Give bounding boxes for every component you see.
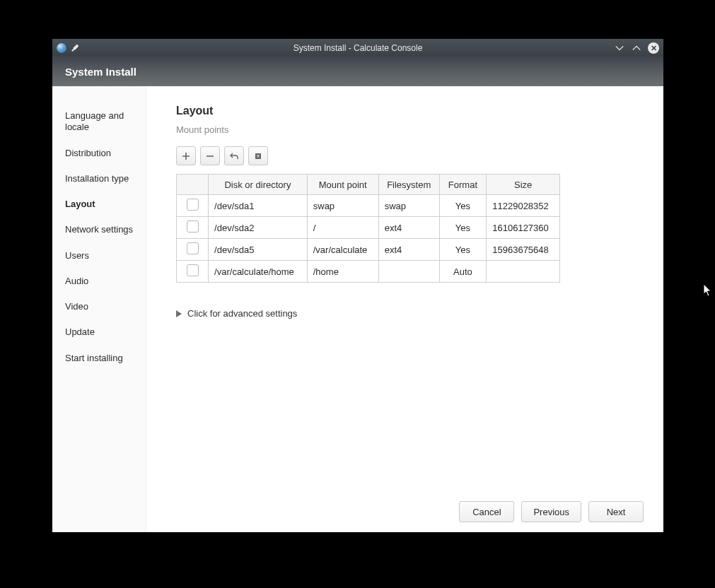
cell-size[interactable]: [487, 261, 560, 283]
cell-format[interactable]: Yes: [439, 217, 487, 239]
col-size[interactable]: Size: [487, 175, 560, 195]
sidebar-item-video[interactable]: Video: [65, 294, 146, 319]
advanced-settings-toggle[interactable]: Click for advanced settings: [176, 308, 644, 319]
cell-fs[interactable]: swap: [378, 195, 439, 217]
close-button[interactable]: ✕: [648, 42, 659, 54]
cell-disk[interactable]: /dev/sda2: [209, 217, 308, 239]
cell-mount[interactable]: /home: [307, 261, 378, 283]
main-panel: Layout Mount points: [146, 86, 663, 532]
mount-table: Disk or directory Mount point Filesystem…: [176, 174, 560, 283]
cell-mount[interactable]: swap: [307, 195, 378, 217]
cell-size[interactable]: 15963675648: [487, 239, 560, 261]
window-title: System Install - Calculate Console: [52, 43, 663, 53]
titlebar-controls: ✕: [614, 42, 659, 54]
body: Language and locale Distribution Install…: [52, 86, 663, 532]
sidebar-item-distribution[interactable]: Distribution: [65, 141, 146, 166]
cell-mount[interactable]: /var/calculate: [307, 239, 378, 261]
cell-disk[interactable]: /dev/sda1: [209, 195, 308, 217]
cell-fs[interactable]: [378, 261, 439, 283]
sidebar-item-layout[interactable]: Layout: [65, 192, 146, 217]
sidebar-item-language[interactable]: Language and locale: [65, 103, 146, 141]
mouse-cursor-icon: [703, 283, 713, 298]
undo-button[interactable]: [224, 146, 244, 165]
row-checkbox[interactable]: [187, 242, 199, 254]
cell-disk[interactable]: /dev/sda5: [209, 239, 308, 261]
col-fs[interactable]: Filesystem: [378, 175, 439, 195]
remove-row-button[interactable]: [200, 146, 220, 165]
app-icon: [57, 43, 66, 53]
col-format[interactable]: Format: [439, 175, 487, 195]
advanced-settings-label: Click for advanced settings: [187, 308, 297, 319]
sidebar-item-network[interactable]: Network settings: [65, 217, 146, 242]
cell-size[interactable]: 11229028352: [487, 195, 560, 217]
sidebar: Language and locale Distribution Install…: [52, 86, 146, 532]
table-row[interactable]: /dev/sda2 / ext4 Yes 16106127360: [177, 217, 560, 239]
sidebar-item-users[interactable]: Users: [65, 243, 146, 269]
cell-fs[interactable]: ext4: [378, 217, 439, 239]
table-row[interactable]: /dev/sda1 swap swap Yes 11229028352: [177, 195, 560, 217]
triangle-right-icon: [176, 310, 182, 317]
cell-size[interactable]: 16106127360: [487, 217, 560, 239]
installer-window: System Install - Calculate Console ✕ Sys…: [52, 39, 663, 532]
previous-button[interactable]: Previous: [521, 501, 581, 522]
page-subtitle: Mount points: [176, 124, 644, 135]
table-toolbar: [176, 146, 644, 165]
cell-mount[interactable]: /: [307, 217, 378, 239]
col-mount[interactable]: Mount point: [307, 175, 378, 195]
sidebar-item-start-installing[interactable]: Start installing: [65, 346, 146, 371]
add-row-button[interactable]: [176, 146, 196, 165]
row-checkbox[interactable]: [187, 220, 199, 233]
col-disk[interactable]: Disk or directory: [209, 175, 308, 195]
table-header-row: Disk or directory Mount point Filesystem…: [177, 175, 560, 195]
sidebar-item-update[interactable]: Update: [65, 319, 146, 345]
titlebar-left: [57, 43, 79, 53]
cell-format[interactable]: Yes: [439, 195, 487, 217]
titlebar[interactable]: System Install - Calculate Console ✕: [52, 39, 663, 57]
col-checkbox: [177, 175, 209, 195]
page-title: Layout: [176, 105, 644, 117]
clear-button[interactable]: [248, 146, 268, 165]
table-row[interactable]: /dev/sda5 /var/calculate ext4 Yes 159636…: [177, 239, 560, 261]
pin-icon[interactable]: [69, 42, 81, 54]
header-band: System Install: [52, 57, 663, 86]
cell-disk[interactable]: /var/calculate/home: [209, 261, 308, 283]
row-checkbox[interactable]: [187, 264, 199, 276]
table-row[interactable]: /var/calculate/home /home Auto: [177, 261, 560, 283]
row-checkbox[interactable]: [187, 199, 199, 211]
sidebar-item-installation-type[interactable]: Installation type: [65, 166, 146, 192]
cell-format[interactable]: Yes: [439, 239, 487, 261]
footer-buttons: Cancel Previous Next: [176, 491, 644, 522]
cell-fs[interactable]: ext4: [378, 239, 439, 261]
next-button[interactable]: Next: [588, 501, 644, 522]
cancel-button[interactable]: Cancel: [459, 501, 514, 522]
sidebar-item-audio[interactable]: Audio: [65, 269, 146, 294]
maximize-button[interactable]: [631, 42, 642, 54]
header-title: System Install: [65, 66, 136, 78]
cell-format[interactable]: Auto: [439, 261, 487, 283]
minimize-button[interactable]: [614, 42, 625, 54]
